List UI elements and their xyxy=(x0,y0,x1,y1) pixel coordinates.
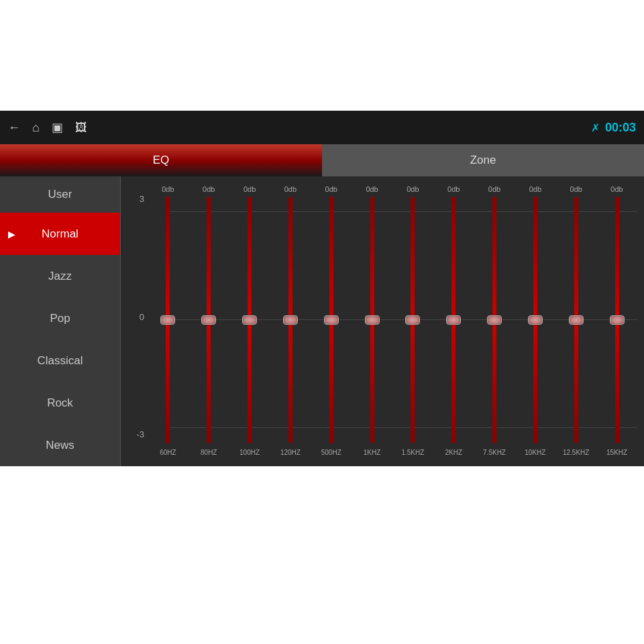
slider-track-15khz xyxy=(411,197,415,443)
outer-container: ← ⌂ ▣ 🖼 ✗ 00:03 EQ Zone User xyxy=(0,0,644,644)
slider-track-100hz xyxy=(248,197,252,443)
db-label-75khz: 0db xyxy=(474,182,515,197)
slider-col-80hz xyxy=(189,197,229,443)
slider-col-10khz xyxy=(515,197,555,443)
hz-label-60hz: 60HZ xyxy=(148,445,189,460)
slider-track-80hz xyxy=(207,197,211,443)
slider-thumb-15khz-2[interactable] xyxy=(610,315,625,325)
tab-zone[interactable]: Zone xyxy=(322,144,644,176)
main-content: User ▶ Normal Jazz Pop Classical Rock xyxy=(0,176,644,466)
slider-fill-top-15khz-2 xyxy=(615,197,619,320)
slider-fill-top-10khz xyxy=(533,197,537,320)
slider-thumb-15khz[interactable] xyxy=(405,315,420,325)
db-label-500hz: 0db xyxy=(311,182,352,197)
slider-fill-top-15khz xyxy=(411,197,415,320)
hz-label-10khz: 10KHZ xyxy=(515,445,555,460)
hz-label-100hz: 100HZ xyxy=(229,445,270,460)
db-label-80hz: 0db xyxy=(189,182,229,197)
db-labels-row: 0db 0db 0db 0db 0db 0db 0db 0db 0db 0db … xyxy=(144,182,637,197)
slider-fill-bottom-100hz xyxy=(248,320,252,443)
sliders-row xyxy=(144,197,637,443)
slider-fill-bottom-75khz xyxy=(492,320,496,443)
slider-track-75khz xyxy=(492,197,496,443)
top-bar: ← ⌂ ▣ 🖼 ✗ 00:03 xyxy=(0,111,644,144)
image-icon[interactable]: 🖼 xyxy=(75,121,87,135)
sidebar: User ▶ Normal Jazz Pop Classical Rock xyxy=(0,176,121,466)
bluetooth-icon: ✗ xyxy=(591,121,600,134)
db-label-120hz: 0db xyxy=(270,182,311,197)
slider-col-15khz xyxy=(392,197,433,443)
window-icon[interactable]: ▣ xyxy=(52,120,63,135)
nav-buttons: ← ⌂ ▣ 🖼 xyxy=(8,120,87,135)
slider-thumb-80hz[interactable] xyxy=(201,315,216,325)
slider-col-120hz xyxy=(270,197,311,443)
slider-thumb-1khz[interactable] xyxy=(365,315,380,325)
sidebar-item-user[interactable]: User xyxy=(0,176,120,213)
tab-bar: EQ Zone xyxy=(0,144,644,176)
slider-fill-bottom-15khz-2 xyxy=(615,320,619,443)
status-area: ✗ 00:03 xyxy=(591,121,636,135)
slider-track-1khz xyxy=(370,197,374,443)
slider-fill-top-100hz xyxy=(248,197,252,320)
hz-label-120hz: 120HZ xyxy=(270,445,311,460)
tab-eq[interactable]: EQ xyxy=(0,144,322,176)
sidebar-item-jazz[interactable]: Jazz xyxy=(0,255,120,297)
slider-fill-bottom-80hz xyxy=(207,320,211,443)
slider-fill-top-120hz xyxy=(288,197,292,320)
db-label-1khz: 0db xyxy=(352,182,392,197)
hz-label-2khz: 2KHZ xyxy=(433,445,474,460)
db-top-label: 3 xyxy=(127,194,144,204)
slider-track-120hz xyxy=(288,197,292,443)
home-icon[interactable]: ⌂ xyxy=(32,121,40,135)
slider-track-2khz xyxy=(451,197,455,443)
slider-fill-bottom-1khz xyxy=(370,320,374,443)
db-label-60hz: 0db xyxy=(148,182,189,197)
back-icon[interactable]: ← xyxy=(8,121,20,135)
slider-thumb-100hz[interactable] xyxy=(242,315,257,325)
eq-grid: 3 0 -3 0db 0db 0db 0db 0db 0db xyxy=(127,182,637,460)
slider-fill-top-80hz xyxy=(207,197,211,320)
sidebar-item-normal[interactable]: ▶ Normal xyxy=(0,213,120,255)
slider-col-1khz xyxy=(352,197,392,443)
time-display: 00:03 xyxy=(605,121,636,135)
slider-fill-bottom-120hz xyxy=(288,320,292,443)
slider-fill-bottom-60hz xyxy=(166,320,170,443)
db-mid-label: 0 xyxy=(127,312,144,322)
hz-label-500hz: 500HZ xyxy=(311,445,352,460)
hz-label-125khz: 12.5KHZ xyxy=(555,445,596,460)
db-label-15khz-2: 0db xyxy=(596,182,637,197)
slider-track-500hz xyxy=(329,197,333,443)
eq-sliders-area: 0db 0db 0db 0db 0db 0db 0db 0db 0db 0db … xyxy=(144,182,637,460)
hz-label-80hz: 80HZ xyxy=(189,445,229,460)
hz-label-75khz: 7.5KHZ xyxy=(474,445,515,460)
slider-thumb-10khz[interactable] xyxy=(528,315,543,325)
device-screen: ← ⌂ ▣ 🖼 ✗ 00:03 EQ Zone User xyxy=(0,111,644,466)
slider-track-10khz xyxy=(533,197,537,443)
slider-col-2khz xyxy=(433,197,474,443)
slider-fill-top-2khz xyxy=(451,197,455,320)
slider-fill-top-60hz xyxy=(166,197,170,320)
sidebar-item-rock[interactable]: Rock xyxy=(0,382,120,424)
slider-thumb-2khz[interactable] xyxy=(446,315,461,325)
slider-fill-top-500hz xyxy=(329,197,333,320)
slider-thumb-60hz[interactable] xyxy=(160,315,175,325)
slider-col-500hz xyxy=(311,197,352,443)
slider-thumb-500hz[interactable] xyxy=(324,315,339,325)
hz-label-1khz: 1KHZ xyxy=(352,445,392,460)
slider-fill-bottom-15khz xyxy=(411,320,415,443)
db-label-100hz: 0db xyxy=(229,182,270,197)
slider-fill-top-125khz xyxy=(574,197,578,320)
slider-fill-bottom-10khz xyxy=(533,320,537,443)
slider-thumb-125khz[interactable] xyxy=(569,315,584,325)
slider-fill-top-1khz xyxy=(370,197,374,320)
hz-label-15khz: 1.5KHZ xyxy=(392,445,433,460)
db-label-125khz: 0db xyxy=(555,182,596,197)
hz-label-15khz-2: 15KHZ xyxy=(596,445,637,460)
sidebar-item-classical[interactable]: Classical xyxy=(0,339,120,382)
slider-fill-bottom-500hz xyxy=(329,320,333,443)
slider-thumb-120hz[interactable] xyxy=(283,315,298,325)
slider-col-100hz xyxy=(229,197,270,443)
sidebar-item-news[interactable]: News xyxy=(0,424,120,466)
sidebar-item-pop[interactable]: Pop xyxy=(0,297,120,339)
slider-thumb-75khz[interactable] xyxy=(487,315,502,325)
